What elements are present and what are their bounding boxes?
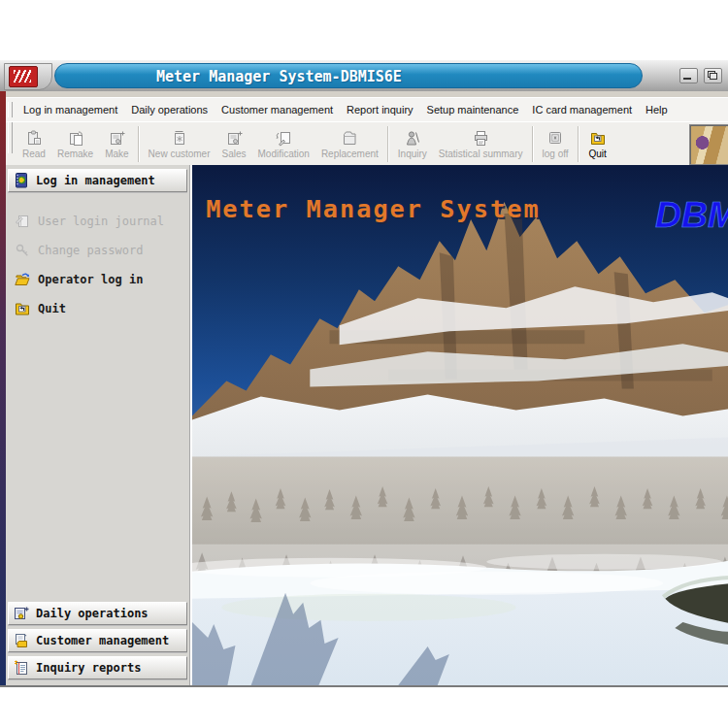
sidebar-item-label: Change password — [38, 244, 143, 257]
menubar-grip-handle[interactable] — [8, 102, 13, 118]
menu-help[interactable]: Help — [639, 101, 675, 118]
quit-folder-icon — [588, 130, 608, 148]
log-off-button[interactable]: log off — [537, 122, 575, 166]
sidebar-group-label: Daily operations — [36, 607, 149, 620]
modification-button[interactable]: Modification — [252, 122, 315, 166]
user-login-journal-icon — [14, 214, 31, 229]
toolbar-label: Replacement — [321, 149, 379, 159]
menu-customer-management[interactable]: Customer management — [215, 101, 340, 118]
toolbar-label: Make — [105, 149, 128, 159]
toolbar-grip-handle[interactable] — [8, 122, 13, 153]
sidebar-item-label: User login journal — [38, 215, 164, 228]
sidebar-group-label: Log in management — [36, 174, 155, 187]
sidebar-group-inquiry-reports[interactable]: Inquiry reports — [8, 656, 187, 679]
inquiry-reports-icon — [13, 660, 30, 676]
make-button[interactable]: Make — [99, 122, 134, 166]
daily-operations-icon — [13, 606, 30, 621]
modification-hand-icon — [274, 130, 293, 148]
make-card-icon — [107, 130, 126, 148]
toolbar: Read Remake Make New customer Sales Modi… — [6, 121, 728, 167]
remake-button[interactable]: Remake — [51, 122, 99, 166]
sidebar-item-user-login-journal[interactable]: User login journal — [14, 210, 186, 233]
image-title: Meter Manager System — [206, 195, 541, 223]
login-management-icon — [13, 173, 30, 188]
toolbar-label: Statistical summary — [439, 149, 523, 159]
sidebar-group-customer-management[interactable]: Customer management — [8, 629, 187, 652]
sidebar-item-label: Operator log in — [38, 273, 143, 286]
app-logo-icon — [9, 66, 38, 87]
new-customer-card-icon — [170, 130, 189, 148]
customer-management-icon — [13, 633, 30, 648]
sidebar-group-label: Inquiry reports — [36, 661, 141, 675]
sidebar-item-quit[interactable]: Quit — [14, 297, 186, 320]
menu-daily-operations[interactable]: Daily operations — [124, 101, 215, 118]
menu-ic-card-management[interactable]: IC card management — [525, 101, 639, 118]
change-password-icon — [14, 243, 31, 258]
inquiry-button[interactable]: Inquiry — [392, 122, 433, 166]
new-customer-button[interactable]: New customer — [143, 122, 216, 166]
toolbar-photo-thumbnail — [689, 124, 728, 165]
sidebar-group-label: Customer management — [36, 634, 169, 647]
menu-bar: Log in management Daily operations Custo… — [6, 97, 728, 122]
remake-pages-icon — [66, 130, 85, 148]
toolbar-label: Modification — [258, 149, 310, 159]
minimize-button[interactable] — [679, 68, 698, 83]
inquiry-person-icon — [403, 130, 422, 148]
log-off-folder-icon — [546, 130, 565, 148]
quit-button[interactable]: Quit — [582, 122, 613, 166]
sales-button[interactable]: Sales — [216, 122, 252, 166]
quit-folder-icon — [14, 301, 31, 316]
toolbar-separator — [578, 126, 579, 162]
toolbar-label: log off — [543, 149, 569, 159]
sidebar-item-label: Quit — [38, 302, 66, 315]
winter-mountain-landscape-image: Meter Manager System Meter Manager Syste… — [192, 165, 728, 685]
logo-tab — [4, 63, 52, 90]
toolbar-label: Inquiry — [398, 149, 427, 159]
toolbar-label: New customer — [149, 149, 211, 159]
toolbar-label: Sales — [222, 149, 247, 159]
replacement-button[interactable]: Replacement — [315, 122, 384, 166]
read-button[interactable]: Read — [17, 122, 51, 166]
toolbar-label: Remake — [57, 149, 93, 159]
menu-setup-maintenance[interactable]: Setup maintenance — [420, 101, 526, 118]
restore-button[interactable] — [704, 68, 722, 83]
window-title: Meter Manager System-DBMIS6E — [54, 63, 643, 88]
window-frame-edge — [0, 91, 6, 685]
toolbar-separator — [532, 126, 534, 162]
menu-login-management[interactable]: Log in management — [17, 101, 124, 118]
title-bar[interactable]: Meter Manager System-DBMIS6E — [0, 60, 728, 92]
brand-text: DBMIS — [655, 194, 728, 235]
sales-card-icon — [224, 130, 244, 148]
main-display-area: Meter Manager System Meter Manager Syste… — [192, 165, 728, 685]
toolbar-label: Read — [22, 149, 46, 159]
sidebar-item-change-password[interactable]: Change password — [14, 239, 186, 262]
toolbar-separator — [387, 126, 389, 162]
toolbar-separator — [138, 126, 140, 162]
printer-icon — [471, 130, 490, 148]
content-area: Log in management User login journal Cha… — [6, 165, 728, 685]
replacement-folder-icon — [340, 130, 359, 148]
sidebar-item-operator-log-in[interactable]: Operator log in — [14, 268, 186, 291]
sidebar-group-login-management[interactable]: Log in management — [8, 169, 187, 192]
sidebar-group-daily-operations[interactable]: Daily operations — [8, 602, 187, 625]
toolbar-label: Quit — [588, 149, 606, 159]
operator-login-folder-icon — [14, 272, 31, 287]
navigation-sidebar: Log in management User login journal Cha… — [6, 165, 192, 685]
app-window: Meter Manager System-DBMIS6E Log in mana… — [0, 60, 728, 687]
read-clipboard-icon — [24, 130, 44, 148]
statistical-summary-button[interactable]: Statistical summary — [433, 122, 529, 166]
menu-report-inquiry[interactable]: Report inquiry — [340, 101, 419, 118]
